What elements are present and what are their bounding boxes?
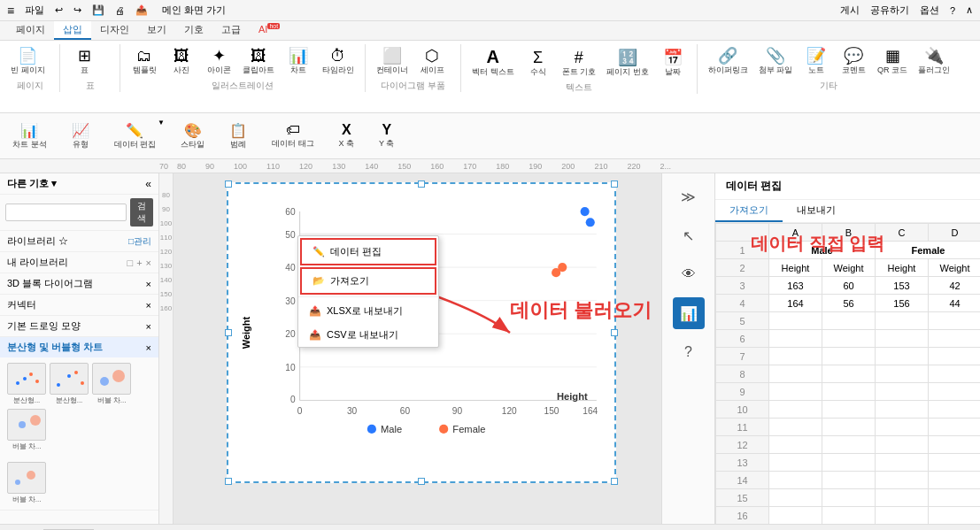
table-cell[interactable] [876, 348, 929, 365]
table-btn[interactable]: ⊞ 표 [67, 46, 101, 78]
container-btn[interactable]: ⬜ 컨테이너 [373, 46, 412, 78]
table-cell[interactable] [929, 383, 981, 401]
plugin-btn[interactable]: 🔌 플러그인 [914, 46, 953, 78]
table-cell[interactable] [929, 330, 981, 348]
table-cell[interactable] [822, 507, 876, 525]
table-cell[interactable] [876, 507, 929, 525]
table-cell[interactable] [769, 454, 822, 472]
table-cell[interactable] [876, 419, 929, 436]
table-cell[interactable]: Height [876, 259, 929, 277]
right-btn-info[interactable]: ? [673, 336, 705, 368]
table-cell[interactable] [769, 507, 822, 525]
tab-ai[interactable]: AIhot [250, 21, 289, 40]
style-btn[interactable]: 🎨 스타일 [175, 120, 210, 152]
y-axis-btn[interactable]: Y Y 축 [374, 120, 399, 151]
comment-btn[interactable]: 💬 코멘트 [837, 46, 870, 78]
main-screen-btn[interactable]: 메인 화면 가기 [162, 4, 226, 17]
table-cell[interactable] [822, 419, 876, 436]
chart-type-btn[interactable]: 📈 유형 [66, 120, 95, 152]
right-btn-view[interactable]: 👁 [673, 258, 705, 290]
table-cell[interactable]: 42 [929, 277, 981, 295]
tab-design[interactable]: 디자인 [91, 21, 138, 40]
table-cell[interactable] [876, 436, 929, 454]
table-cell[interactable]: Female [876, 242, 981, 259]
table-cell[interactable] [876, 383, 929, 401]
thumb-bubble3[interactable] [7, 462, 46, 494]
redo-icon[interactable]: ↪ [73, 4, 81, 16]
table-cell[interactable] [769, 365, 822, 383]
more-icon[interactable]: × [146, 257, 151, 268]
table-cell[interactable]: 156 [876, 295, 929, 312]
thumb-bubble1[interactable] [92, 363, 131, 395]
table-cell[interactable] [929, 348, 981, 365]
table-cell[interactable]: Weight [929, 259, 981, 277]
sidebar-collapse-btn[interactable]: « [145, 178, 151, 190]
table-cell[interactable] [929, 489, 981, 507]
data-panel-tab-import[interactable]: 가져오기 [715, 200, 783, 222]
table-cell[interactable] [769, 383, 822, 401]
table-cell[interactable] [769, 489, 822, 507]
chart-analysis-btn[interactable]: 📊 차트 분석 [7, 120, 52, 152]
tab-advanced[interactable]: 고급 [212, 21, 250, 40]
context-menu-xlsx[interactable]: 📤 XLSX로 내보내기 [298, 299, 438, 323]
tab-view[interactable]: 보기 [138, 21, 175, 40]
table-cell[interactable] [769, 348, 822, 365]
table-cell[interactable]: 56 [822, 295, 876, 312]
clipart-btn[interactable]: 🖼 클립아트 [239, 46, 278, 78]
table-cell[interactable]: 60 [822, 277, 876, 295]
template-btn[interactable]: 🗂 템플릿 [127, 46, 161, 78]
date-btn[interactable]: 📅 날짜 [656, 48, 690, 80]
font-symbol-btn[interactable]: # 폰트 기호 [559, 48, 600, 80]
table-cell[interactable] [876, 454, 929, 472]
thumb-scatter2[interactable] [50, 363, 89, 395]
publish-btn[interactable]: 게시 [840, 4, 860, 17]
vector-text-btn[interactable]: A 벡터 텍스트 [468, 46, 518, 80]
table-cell[interactable] [822, 348, 876, 365]
icon-btn[interactable]: ✦ 아이콘 [202, 46, 235, 78]
undo-icon[interactable]: ↩ [55, 4, 63, 16]
table-cell[interactable] [769, 330, 822, 348]
tab-insert[interactable]: 삽입 [54, 21, 91, 40]
collapse-btn[interactable]: ∧ [966, 4, 973, 16]
table-cell[interactable] [929, 436, 981, 454]
section-basic-drawing-header[interactable]: 기본 드로잉 모양 × [0, 316, 158, 336]
data-tag-btn[interactable]: 🏷 데이터 태그 [266, 120, 320, 151]
table-cell[interactable] [929, 419, 981, 436]
data-edit-btn[interactable]: ✏️ 데이터 편집 ▼ [109, 120, 162, 152]
table-cell[interactable] [822, 401, 876, 419]
table-cell[interactable] [929, 401, 981, 419]
export-icon[interactable]: 📤 [135, 4, 148, 16]
table-cell[interactable] [876, 365, 929, 383]
data-panel-tab-export[interactable]: 내보내기 [783, 200, 850, 222]
table-cell[interactable]: 164 [769, 295, 822, 312]
options-btn[interactable]: 옵션 [920, 4, 939, 17]
section-connector-header[interactable]: 커넥터 × [0, 295, 158, 315]
table-cell[interactable] [929, 365, 981, 383]
table-cell[interactable] [769, 436, 822, 454]
tab-page[interactable]: 페이지 [7, 21, 54, 40]
context-menu-data-edit[interactable]: ✏️ 데이터 편집 [300, 238, 436, 265]
table-cell[interactable] [822, 489, 876, 507]
right-btn-pointer[interactable]: ↖ [673, 219, 705, 251]
table-cell[interactable] [929, 454, 981, 472]
note-btn[interactable]: 📝 노트 [799, 46, 833, 78]
table-cell[interactable]: Weight [822, 259, 876, 277]
help-btn[interactable]: ? [950, 5, 955, 16]
context-menu-csv[interactable]: 📤 CSV로 내보내기 [298, 323, 438, 347]
manage-link[interactable]: □관리 [128, 235, 151, 248]
table-cell[interactable] [822, 454, 876, 472]
section-3d-block-header[interactable]: 3D 블록 다이어그램 × [0, 273, 158, 294]
table-cell[interactable] [769, 472, 822, 489]
table-cell[interactable]: Height [769, 259, 822, 277]
table-cell[interactable] [876, 312, 929, 330]
table-cell[interactable] [822, 365, 876, 383]
search-button[interactable]: 검색 [130, 198, 153, 227]
table-cell[interactable] [929, 312, 981, 330]
shape-btn[interactable]: ⬡ 세이프 [415, 46, 449, 78]
table-cell[interactable] [876, 489, 929, 507]
table-cell[interactable] [822, 383, 876, 401]
section-3d-close-icon[interactable]: × [146, 279, 151, 289]
formula-btn[interactable]: Σ 수식 [521, 48, 555, 80]
table-cell[interactable] [822, 472, 876, 489]
file-menu[interactable]: 파일 [25, 4, 44, 17]
